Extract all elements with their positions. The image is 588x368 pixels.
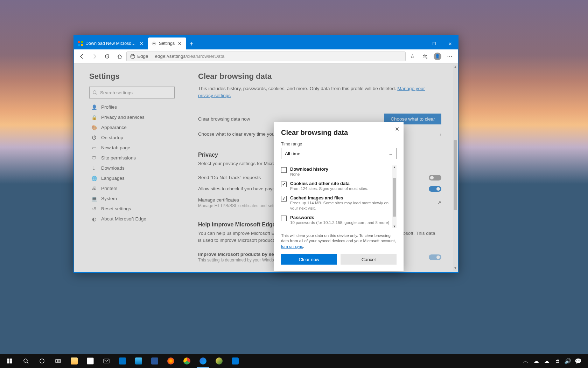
checkbox[interactable] <box>281 196 287 202</box>
taskbar-edge-beta[interactable] <box>195 354 211 368</box>
profile-avatar[interactable]: 👤 <box>432 50 443 62</box>
clear-items-list: Download historyNone Cookies and other s… <box>281 165 397 228</box>
taskbar-mail[interactable] <box>99 354 114 368</box>
external-link-icon: ↗ <box>437 200 441 205</box>
tray-overflow[interactable]: ︿ <box>521 354 531 368</box>
tray-onedrive-2[interactable]: ☁ <box>542 354 552 368</box>
tab-label: Settings <box>159 41 175 46</box>
favorites-list-icon[interactable] <box>419 50 431 62</box>
refresh-button[interactable] <box>101 50 113 62</box>
taskbar-taskview[interactable] <box>50 354 66 368</box>
tab-download-edge[interactable]: Download New Microsoft Edge B ✕ <box>75 38 148 49</box>
sidebar-item-downloads[interactable]: ⭣Downloads <box>89 163 175 173</box>
clear-now-button[interactable]: Clear now <box>281 254 337 265</box>
dialog-close-button[interactable]: ✕ <box>395 126 399 132</box>
item-download-history: Download historyNone <box>281 165 392 180</box>
cancel-button[interactable]: Cancel <box>341 254 397 265</box>
taskbar-word[interactable] <box>147 354 162 368</box>
improve-toggle[interactable] <box>429 254 441 260</box>
tab-settings[interactable]: Settings ✕ <box>148 38 186 49</box>
payment-toggle[interactable] <box>429 186 441 192</box>
taskbar-explorer[interactable] <box>66 354 82 368</box>
laptop-icon: 💻 <box>91 196 97 202</box>
home-button[interactable] <box>114 50 126 62</box>
taskbar-cortana[interactable] <box>34 354 50 368</box>
maximize-button[interactable]: ☐ <box>426 38 442 49</box>
sidebar-item-profiles[interactable]: 👤Profiles <box>89 102 175 112</box>
system-tray: ︿ ☁ ☁ 🖥 🔊 💬 <box>521 354 586 368</box>
sidebar-item-newtab[interactable]: ▭New tab page <box>89 143 175 153</box>
scrollbar[interactable]: ▲ ▼ <box>453 65 457 271</box>
turn-on-sync-link[interactable]: turn on sync <box>281 244 303 248</box>
tray-notifications[interactable]: 💬 <box>573 354 583 368</box>
edge-icon: ◐ <box>91 216 97 222</box>
svg-rect-10 <box>10 361 12 363</box>
svg-rect-13 <box>56 360 57 362</box>
sidebar-item-languages[interactable]: 🌐Languages <box>89 173 175 183</box>
sidebar-item-about[interactable]: ◐About Microsoft Edge <box>89 214 175 224</box>
taskbar-edge[interactable] <box>227 354 243 368</box>
palette-icon: 🎨 <box>91 125 97 130</box>
search-placeholder: Search settings <box>100 90 133 95</box>
checkbox[interactable] <box>281 182 287 187</box>
scroll-thumb[interactable] <box>393 178 396 217</box>
start-button[interactable] <box>2 354 18 368</box>
scroll-up-icon[interactable]: ▲ <box>392 165 397 169</box>
menu-button[interactable]: ⋯ <box>444 50 456 62</box>
dialog-scrollbar[interactable]: ▲ ▼ <box>392 165 397 228</box>
search-settings-input[interactable]: Search settings <box>89 87 175 98</box>
minimize-button[interactable]: ─ <box>410 38 426 49</box>
back-button[interactable] <box>76 50 88 62</box>
address-bar: Edge edge://settings/clearBrowserData ☆ … <box>74 49 458 63</box>
checkbox[interactable] <box>281 216 287 221</box>
taskbar-firefox[interactable] <box>163 354 178 368</box>
sidebar-item-appearance[interactable]: 🎨Appearance <box>89 122 175 132</box>
settings-sidebar: Settings Search settings 👤Profiles 🔒Priv… <box>74 63 181 272</box>
show-desktop[interactable] <box>584 354 586 368</box>
word-icon <box>151 357 159 365</box>
svg-rect-9 <box>7 361 9 363</box>
taskbar-search[interactable] <box>18 354 34 368</box>
scroll-thumb[interactable] <box>454 140 457 210</box>
taskbar-chrome[interactable] <box>179 354 195 368</box>
time-range-select[interactable]: All time ⌄ <box>281 148 397 159</box>
scroll-up-icon[interactable]: ▲ <box>453 65 457 70</box>
taskbar-outlook[interactable] <box>115 354 130 368</box>
gear-icon <box>152 41 156 46</box>
cortana-icon <box>38 357 46 365</box>
dnt-toggle[interactable] <box>429 175 441 180</box>
favorite-star-icon[interactable]: ☆ <box>406 50 418 62</box>
scroll-down-icon[interactable]: ▼ <box>453 266 457 271</box>
outlook-icon <box>119 357 126 365</box>
sidebar-item-printers[interactable]: 🖨Printers <box>89 183 175 193</box>
svg-rect-16 <box>104 359 109 363</box>
taskbar-store[interactable] <box>83 354 98 368</box>
url-box[interactable]: Edge edge://settings/clearBrowserData <box>126 52 406 61</box>
forward-button[interactable] <box>89 50 100 62</box>
taskbar-edge-canary[interactable] <box>211 354 227 368</box>
sidebar-item-privacy[interactable]: 🔒Privacy and services <box>89 112 175 122</box>
tray-onedrive[interactable]: ☁ <box>531 354 541 368</box>
dialog-buttons: Clear now Cancel <box>281 254 397 265</box>
sidebar-item-startup[interactable]: ⏻On startup <box>89 132 175 143</box>
tray-volume[interactable]: 🔊 <box>563 354 573 368</box>
edge-beta-icon <box>199 357 207 365</box>
new-tab-button[interactable]: ＋ <box>186 38 197 49</box>
tray-network[interactable]: 🖥 <box>552 354 562 368</box>
sidebar-item-permissions[interactable]: 🛡Site permissions <box>89 153 175 163</box>
tab-close-icon[interactable]: ✕ <box>139 41 144 46</box>
dialog-title: Clear browsing data <box>281 129 397 137</box>
taskbar-photos[interactable] <box>131 354 146 368</box>
browser-window: Download New Microsoft Edge B ✕ Settings… <box>74 35 458 273</box>
tab-close-icon[interactable]: ✕ <box>177 41 182 46</box>
checkbox[interactable] <box>281 167 287 173</box>
power-icon: ⏻ <box>91 135 97 141</box>
page-title: Clear browsing data <box>198 72 441 81</box>
scroll-down-icon[interactable]: ▼ <box>392 225 397 228</box>
sidebar-title: Settings <box>89 72 175 81</box>
close-window-button[interactable]: ✕ <box>442 38 458 49</box>
svg-point-11 <box>24 359 27 362</box>
sidebar-item-reset[interactable]: ↺Reset settings <box>89 204 175 214</box>
sidebar-item-system[interactable]: 💻System <box>89 193 175 204</box>
item-passwords: Passwords10 passwords (for 10.1.2.158, g… <box>281 214 392 228</box>
